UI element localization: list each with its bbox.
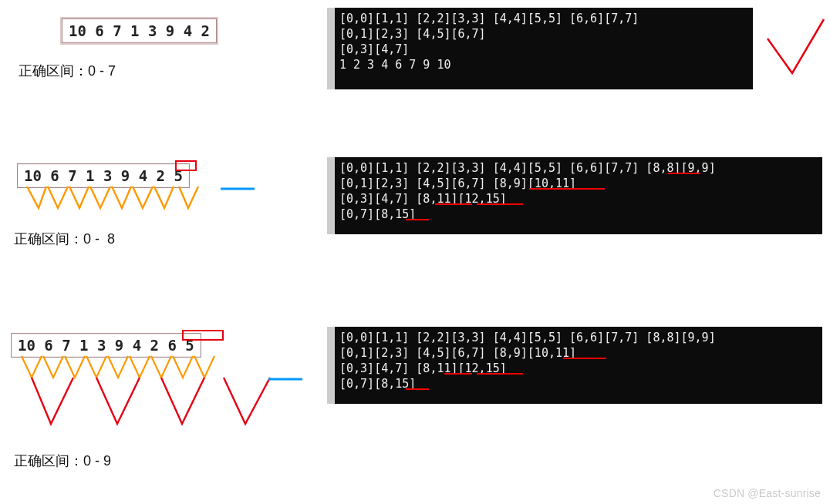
highlight-box-icon <box>175 160 197 171</box>
term1-line4: 1 2 3 4 6 7 9 10 <box>339 58 451 72</box>
watermark-text: CSDN @East-sunrise <box>714 487 821 499</box>
terminal-output-2: [0,0][1,1] [2,2][3,3] [4,4][5,5] [6,6][7… <box>327 157 822 234</box>
range-label-3: 正确区间：0 - 9 <box>14 452 111 470</box>
terminal-output-3: [0,0][1,1] [2,2][3,3] [4,4][5,5] [6,6][7… <box>327 327 822 404</box>
array-display-2: 10 6 7 1 3 9 4 2 5 <box>17 163 190 188</box>
array-display-3: 10 6 7 1 3 9 4 2 6 5 <box>11 333 201 358</box>
term2-line4: [0,7][8,15] <box>339 207 416 221</box>
example-1: 10 6 7 1 3 9 4 2 正确区间：0 - 7 [0,0][1,1] [… <box>0 8 830 146</box>
range-label-1: 正确区间：0 - 7 <box>19 62 116 80</box>
terminal-output-1: [0,0][1,1] [2,2][3,3] [4,4][5,5] [6,6][7… <box>327 8 753 89</box>
highlight-box-icon <box>182 330 224 341</box>
term3-line1: [0,0][1,1] [2,2][3,3] [4,4][5,5] [6,6][7… <box>339 331 716 344</box>
term2-line1: [0,0][1,1] [2,2][3,3] [4,4][5,5] [6,6][7… <box>339 161 716 175</box>
example-3: 10 6 7 1 3 9 4 2 6 5 正确区间：0 - 9 [0,0][1,… <box>0 316 830 493</box>
example-2: 10 6 7 1 3 9 4 2 5 正确区间：0 - 8 [0,0][1,1]… <box>0 146 830 301</box>
array-display-1: 10 6 7 1 3 9 4 2 <box>62 18 217 43</box>
term1-line2: [0,1][2,3] [4,5][6,7] <box>339 27 486 41</box>
term3-line2: [0,1][2,3] [4,5][6,7] [8,9][10,11] <box>339 346 576 360</box>
term1-line1: [0,0][1,1] [2,2][3,3] [4,4][5,5] [6,6][7… <box>339 12 639 25</box>
term3-line4: [0,7][8,15] <box>339 377 416 391</box>
range-label-2: 正确区间：0 - 8 <box>14 230 115 248</box>
term1-line3: [0,3][4,7] <box>339 42 409 56</box>
